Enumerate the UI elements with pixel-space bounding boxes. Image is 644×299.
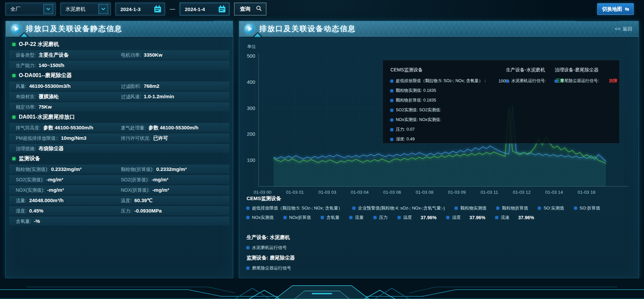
field: PM超低排排放限值::10mg/Nm3 xyxy=(16,135,121,141)
dynamic-panel-title: 排放口及关联设备动态信息 xyxy=(259,24,356,34)
legend-item[interactable]: 流量 xyxy=(350,215,364,221)
static-panel-title: 排放口及关联设备静态信息 xyxy=(26,24,122,34)
svg-text:01-03 04: 01-03 04 xyxy=(351,190,369,195)
svg-text:300: 300 xyxy=(247,105,255,111)
svg-text:01-03 09: 01-03 09 xyxy=(448,190,466,195)
field-value: -0.0930MPa xyxy=(134,208,162,214)
field-value: 已许可 xyxy=(153,135,168,141)
legend-item[interactable]: 颗粒物折算值 xyxy=(496,205,528,211)
field-label: 布袋材质: xyxy=(16,94,36,100)
date-start-input[interactable]: 2024-1-3 xyxy=(115,3,165,15)
field-label: SO2(折算值): xyxy=(121,177,149,183)
legend-item[interactable]: SO:实测值 xyxy=(538,205,564,211)
field-label: 温度: xyxy=(121,198,132,204)
field-label: 湿度: xyxy=(16,208,26,214)
field-label: 排气筒高度: xyxy=(16,125,41,131)
legend-bullet-icon xyxy=(390,128,393,131)
monitor-section-title: 监测设备: 磨尾除尘器 xyxy=(247,255,295,261)
chart-tooltip: CEMS监测设备 超低排放限值（颗拉物:5: SOz-; NOx; 含氧量）：1… xyxy=(383,60,620,143)
field: 颗粒物(实测值):0.2332mg/m³ xyxy=(16,166,121,173)
tooltip-production-title: 生产设备-水泥磨机 xyxy=(506,67,555,73)
legend-bullet-icon xyxy=(390,99,393,102)
query-button[interactable]: 查询 xyxy=(234,3,266,15)
legend-bullet-icon xyxy=(284,216,286,219)
legend-item-value: 37.96% xyxy=(518,215,534,220)
svg-text:01-03 06: 01-03 06 xyxy=(383,190,401,195)
field: 额定功率:75Kw xyxy=(16,104,121,110)
legend-item[interactable]: 超低排放限值（颗拉物:5: SOz-; NOx; 含氧量） xyxy=(247,205,342,211)
chevron-down-icon xyxy=(43,4,53,14)
table-row: PM超低排排放限值::10mg/Nm3排污许可状况:已许可 xyxy=(9,133,229,142)
field-label: SO2(实测值): xyxy=(16,177,44,183)
back-link[interactable]: << 返回 xyxy=(615,26,633,32)
field-value: 布袋除尘器 xyxy=(39,145,64,152)
field-value: 75Kw xyxy=(39,104,52,110)
table-row: SO2(实测值):-mg/m³SO2(折算值):-mg/m³ xyxy=(9,175,229,184)
legend-bullet-icon xyxy=(390,119,393,121)
legend-item[interactable]: 温度37.96% xyxy=(398,215,436,221)
legend-bullet-icon xyxy=(247,246,249,249)
tooltip-item-label: SO2实测值: SO2实测值: xyxy=(396,107,441,113)
svg-text:01-03 14: 01-03 14 xyxy=(545,190,564,195)
legend-item-label: 流量 xyxy=(355,215,364,221)
legend-bullet-icon xyxy=(390,89,393,92)
legend-item[interactable]: SO:折算值 xyxy=(574,205,600,211)
legend-item[interactable]: 压力 xyxy=(374,215,388,221)
field-label: PM超低排排放限值:: xyxy=(16,135,58,141)
field-value: 3350Kw xyxy=(144,52,162,58)
legend-item[interactable]: 企业预警值(颗粒物:4; sOz-; NOx-;含氧气量:-) xyxy=(353,205,445,211)
production-signal-legend[interactable]: 水泥磨机运行信号 xyxy=(247,245,290,251)
legend-item-label: SO:折算值 xyxy=(580,205,600,211)
legend-item[interactable]: 含氧量 xyxy=(321,215,339,221)
field: 排气筒高度:参数 46100-55300m/h xyxy=(16,125,121,131)
svg-text:01-03 16: 01-03 16 xyxy=(578,190,595,195)
field: 含氧量:-% xyxy=(16,218,121,225)
legend-items: 超低排放限值（颗拉物:5: SOz-; NOx; 含氧量）企业预警值(颗粒物:4… xyxy=(247,205,631,221)
tooltip-cems-title: CEMS监测设备 xyxy=(390,67,506,73)
field-value: 0.2332mg/m³ xyxy=(51,166,82,172)
legend-item[interactable]: NOx实测值 xyxy=(247,215,274,221)
field-label: 压力: xyxy=(121,208,132,214)
tooltip-treatment-column: 治理设备-磨尾除尘器 磨尾除尘器运行信号: 故障 xyxy=(555,67,612,146)
tooltip-cems-column: CEMS监测设备 超低排放限值（颗拉物:5: SOz-; NOx; 含氧量）：1… xyxy=(390,67,506,146)
date-end-input[interactable]: 2024-1-4 xyxy=(180,3,229,15)
field-label: 过滤风速: xyxy=(121,94,141,100)
legend-item-label: 颗粒物实测值 xyxy=(460,205,486,211)
svg-text:01-03 03: 01-03 03 xyxy=(318,190,336,195)
field-label: 电机功率: xyxy=(121,52,141,58)
field-label: 额定功率: xyxy=(16,104,36,110)
field-value: -% xyxy=(34,218,40,224)
switch-map-button[interactable]: 切换地图 ⇆ xyxy=(597,3,634,15)
field-label: NOX(折算值): xyxy=(121,187,150,193)
field: 风量:46100-55300m3/h xyxy=(16,83,121,89)
plant-select[interactable]: 全厂 xyxy=(5,3,56,15)
legend-bullet-icon xyxy=(247,216,249,219)
monitor-signal-legend[interactable]: 磨尾除尘器运行信号 xyxy=(247,265,295,271)
play-icon xyxy=(245,24,255,34)
svg-text:01-03 08: 01-03 08 xyxy=(416,190,433,195)
table-row: 生产能力:140~150t/h xyxy=(9,61,229,70)
field-value: 10mg/Nm3 xyxy=(61,135,87,141)
field-value: 24048.000m³/h xyxy=(29,197,64,203)
field-label: 治理措施: xyxy=(16,146,36,152)
field-label: 含氧量: xyxy=(16,219,31,225)
date-end-value: 2024-1-4 xyxy=(185,6,205,12)
svg-text:100: 100 xyxy=(247,157,255,163)
legend-bullet-icon xyxy=(374,216,376,219)
legend-item[interactable]: NOx折算值 xyxy=(284,215,311,221)
topbar: 全厂 水泥磨机 2024-1-3 — 2024-1-4 xyxy=(5,3,266,15)
legend-item-label: 企业预警值(颗粒物:4; sOz-; NOx-;含氧气量:-) xyxy=(358,205,445,211)
legend-bullet-icon xyxy=(506,80,508,82)
section-label: 监测设备 xyxy=(19,155,40,162)
legend-item[interactable]: 颗粒物实测值 xyxy=(455,205,486,211)
field: NOX(折算值):-mg/m³ xyxy=(121,187,226,193)
legend-item-label: SO:实测值 xyxy=(543,205,564,211)
field: SO2(折算值):-mg/m³ xyxy=(121,177,226,183)
field-value: 0.45% xyxy=(29,208,44,214)
tooltip-item: 湿度: 0.49 xyxy=(390,136,506,142)
legend-bullet-icon xyxy=(496,207,499,210)
field: 过滤面积:768m2 xyxy=(121,83,226,89)
legend-item[interactable]: 湿度37.96% xyxy=(446,215,485,221)
legend-item[interactable]: 流速37.96% xyxy=(495,215,534,221)
device-select[interactable]: 水泥磨机 xyxy=(60,3,111,15)
